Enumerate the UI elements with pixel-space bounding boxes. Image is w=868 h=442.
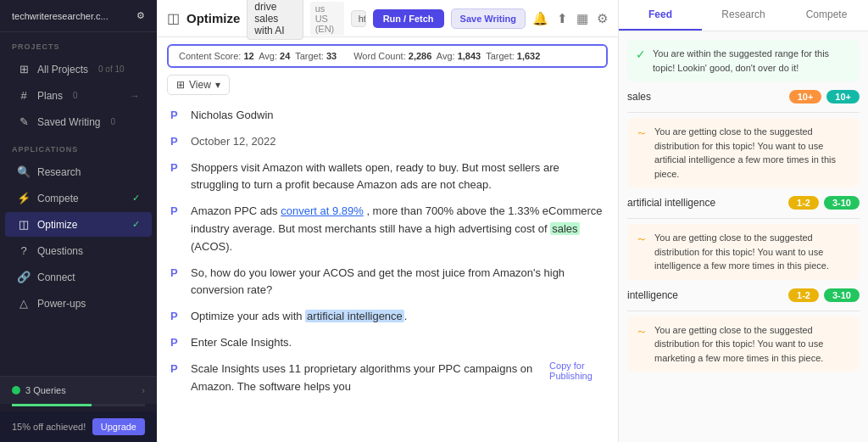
sidebar-item-saved-writing[interactable]: ✎ Saved Writing 0 xyxy=(5,109,152,134)
keyword-label-intelligence: intelligence xyxy=(627,289,783,301)
gear-icon[interactable]: ⚙ xyxy=(136,10,145,21)
sidebar-item-questions[interactable]: ? Questions xyxy=(5,238,152,263)
author-text: Nicholas Godwin xyxy=(191,107,274,125)
all-projects-label: All Projects xyxy=(37,64,88,76)
keyword-label-sales: sales xyxy=(627,91,784,103)
word-count: Word Count: 2,286 Avg: 1,843 Target: 1,6… xyxy=(353,51,540,61)
success-notice: ✓ You are within the suggested range for… xyxy=(627,40,860,81)
plans-label: Plans xyxy=(37,90,63,102)
editor-area[interactable]: P Nicholas Godwin P October 12, 2022 P S… xyxy=(157,100,618,442)
view-row: ⊞ View ▾ xyxy=(157,75,618,100)
tab-research[interactable]: Research xyxy=(702,0,785,31)
sidebar-item-connect[interactable]: 🔗 Connect xyxy=(5,265,152,289)
keyword-row-ai: artificial intelligence 1-2 3-10 xyxy=(627,196,860,210)
sidebar-item-optimize[interactable]: ◫ Optimize ✓ xyxy=(5,212,152,237)
optimize-text: Optimize your ads with artificial intell… xyxy=(191,308,407,326)
logo-text: techwriteresearcher.c... xyxy=(12,11,108,21)
save-writing-button[interactable]: Save Writing xyxy=(451,8,526,29)
power-ups-label: Power-ups xyxy=(37,298,86,310)
p-marker: P xyxy=(170,161,182,174)
editor-content: P Nicholas Godwin P October 12, 2022 P S… xyxy=(170,107,604,395)
promo-text: 15% off achieved! xyxy=(12,422,86,432)
optimize-label: Optimize xyxy=(37,219,77,231)
sidebar-logo: techwriteresearcher.c... ⚙ xyxy=(0,0,157,32)
how-text: So, how do you lower your ACOS and get t… xyxy=(191,265,604,300)
sales-highlight: sales xyxy=(550,222,579,235)
url-input[interactable]: https://www.milliondollarsel xyxy=(351,10,366,27)
sidebar-item-compete[interactable]: ⚡ Compete ✓ xyxy=(5,186,152,210)
warning-icon-marketing: ～ xyxy=(636,324,648,339)
share-icon[interactable]: ⬆ xyxy=(557,11,568,26)
compete-label: Compete xyxy=(37,193,79,204)
questions-label: Questions xyxy=(37,245,83,257)
queries-dot xyxy=(12,386,20,394)
upgrade-button[interactable]: Upgrade xyxy=(92,418,145,435)
research-icon: 🔍 xyxy=(17,165,31,178)
success-notice-text: You are within the suggested range for t… xyxy=(653,47,851,75)
view-button[interactable]: ⊞ View ▾ xyxy=(167,75,230,95)
keyword-input[interactable]: drive sales with AI xyxy=(247,0,303,40)
applications-section-label: APPLICATIONS xyxy=(0,135,157,159)
sidebar-item-plans[interactable]: # Plans 0 → xyxy=(5,83,152,108)
saved-writing-count: 0 xyxy=(110,117,115,126)
locale-badge[interactable]: us US (EN) xyxy=(310,2,344,36)
paragraph-date: P October 12, 2022 xyxy=(170,133,604,151)
questions-icon: ? xyxy=(17,244,31,257)
warning-icon-intelligence: ～ xyxy=(636,232,648,247)
warning-icon-ai: ～ xyxy=(636,126,648,141)
date-text: October 12, 2022 xyxy=(191,133,275,151)
p-marker: P xyxy=(170,204,182,217)
p-marker: P xyxy=(170,135,182,148)
dist-notice-ai: ～ You are getting close to the suggested… xyxy=(627,118,860,187)
dist-notice-ai-text: You are getting close to the suggested d… xyxy=(654,125,851,181)
sidebar-item-research[interactable]: 🔍 Research xyxy=(5,159,152,184)
main-content: ◫ Optimize drive sales with AI us US (EN… xyxy=(157,0,618,442)
optimize-icon: ◫ xyxy=(17,218,31,231)
paragraph-enter: P Enter Scale Insights. xyxy=(170,334,604,352)
badge-ai-1: 1-2 xyxy=(788,196,819,210)
page-title: Optimize xyxy=(186,11,240,25)
p-marker: P xyxy=(170,109,182,121)
tab-feed[interactable]: Feed xyxy=(619,0,702,31)
tab-compete[interactable]: Compete xyxy=(785,0,868,31)
sidebar-bottom: 3 Queries › 15% off achieved! Upgrade xyxy=(0,376,157,442)
convert-link[interactable]: convert at 9.89% xyxy=(281,204,364,217)
connect-icon: 🔗 xyxy=(17,271,31,283)
ppc-text: Amazon PPC ads convert at 9.89% , more t… xyxy=(191,203,604,255)
copy-publishing-button[interactable]: Copy for Publishing xyxy=(549,361,604,381)
promo-bar: 15% off achieved! Upgrade xyxy=(0,411,157,442)
scale-text: Scale Insights uses 11 proprietary algor… xyxy=(191,361,534,396)
p-marker: P xyxy=(170,310,182,322)
sidebar-item-power-ups[interactable]: △ Power-ups xyxy=(5,291,152,316)
paragraph-scale: P Scale Insights uses 11 proprietary alg… xyxy=(170,361,604,396)
optimize-check: ✓ xyxy=(132,219,140,230)
settings-icon[interactable]: ⚙ xyxy=(597,11,608,26)
keyword-row-intelligence: intelligence 1-2 3-10 xyxy=(627,288,860,302)
dist-notice-intelligence-text: You are getting close to the suggested d… xyxy=(654,231,851,273)
research-label: Research xyxy=(37,166,81,178)
sidebar-item-all-projects[interactable]: ⊞ All Projects 0 of 10 xyxy=(5,57,152,81)
queries-progress-bar xyxy=(12,404,145,406)
queries-bar[interactable]: 3 Queries › xyxy=(0,377,157,404)
badge-intelligence-2: 3-10 xyxy=(824,288,860,302)
p-marker: P xyxy=(170,362,182,375)
divider-3 xyxy=(627,311,860,311)
paragraph-ppc: P Amazon PPC ads convert at 9.89% , more… xyxy=(170,203,604,255)
queries-label: 3 Queries xyxy=(25,385,136,395)
check-circle-icon: ✓ xyxy=(636,48,646,61)
topbar-icons: 🔔 ⬆ ▦ ⚙ xyxy=(532,11,608,26)
run-fetch-button[interactable]: Run / Fetch xyxy=(373,9,444,28)
compete-check: ✓ xyxy=(132,193,140,204)
right-panel: Feed Research Compete ✓ You are within t… xyxy=(618,0,868,442)
saved-writing-label: Saved Writing xyxy=(37,116,100,128)
queries-expand-icon: › xyxy=(142,385,145,395)
layout-icon[interactable]: ▦ xyxy=(576,11,588,26)
paragraph-optimize: P Optimize your ads with artificial inte… xyxy=(170,308,604,326)
score-bar: Content Score: 12 Avg: 24 Target: 33 Wor… xyxy=(167,44,608,68)
powerups-icon: △ xyxy=(17,297,31,310)
view-label: View xyxy=(189,79,211,91)
bell-icon[interactable]: 🔔 xyxy=(532,11,548,26)
keyword-row-sales: sales 10+ 10+ xyxy=(627,90,860,104)
intro-text: Shoppers visit Amazon with wallets open,… xyxy=(191,159,604,195)
paragraph-author: P Nicholas Godwin xyxy=(170,107,604,125)
